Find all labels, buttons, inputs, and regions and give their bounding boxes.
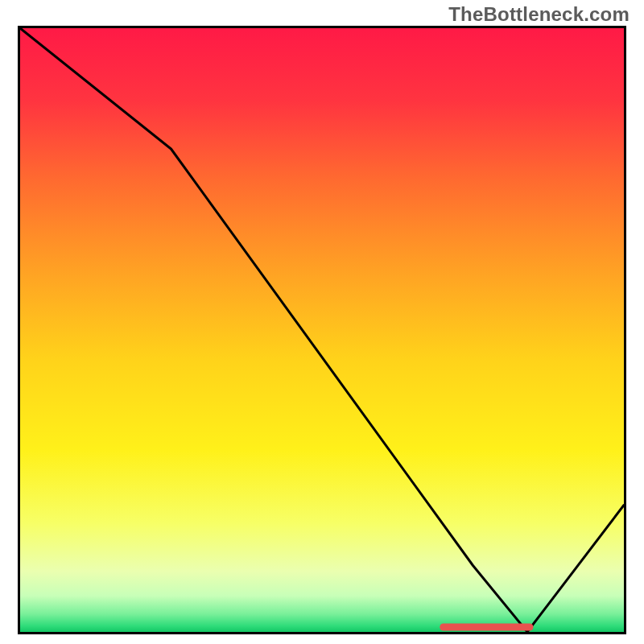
- plot-area: [18, 26, 626, 634]
- svg-rect-1: [440, 624, 533, 631]
- watermark-text: TheBottleneck.com: [448, 3, 630, 26]
- optimum-marker: [20, 28, 624, 632]
- chart-container: TheBottleneck.com: [0, 0, 644, 644]
